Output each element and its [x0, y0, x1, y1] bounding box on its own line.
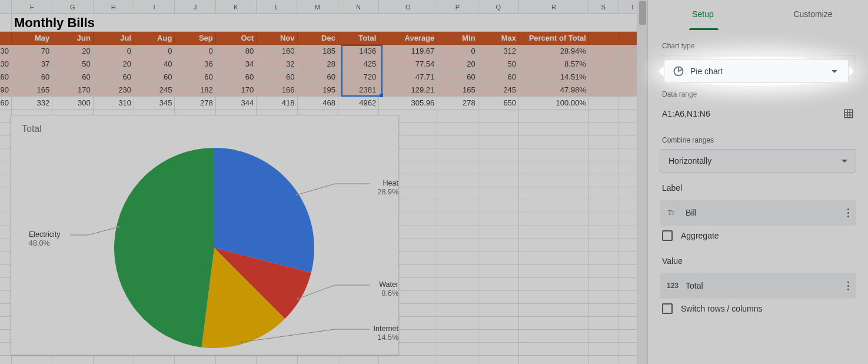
- cell[interactable]: [437, 265, 478, 278]
- cell[interactable]: 312: [478, 45, 519, 58]
- cell[interactable]: [519, 148, 589, 161]
- cell[interactable]: 60: [0, 71, 12, 84]
- col-header-J[interactable]: J: [175, 0, 215, 14]
- cell[interactable]: [478, 187, 519, 200]
- cell[interactable]: [478, 252, 519, 265]
- chart-type-value[interactable]: Pie chart: [690, 67, 832, 76]
- cell[interactable]: [0, 187, 12, 200]
- tab-customize[interactable]: Customize: [758, 0, 868, 28]
- cell[interactable]: [437, 252, 478, 265]
- cell[interactable]: [0, 265, 12, 278]
- cell[interactable]: [175, 356, 215, 364]
- cell[interactable]: [519, 291, 589, 304]
- cell[interactable]: 60: [134, 71, 175, 84]
- cell[interactable]: 195: [298, 84, 338, 97]
- cell[interactable]: [0, 174, 12, 187]
- cell[interactable]: [298, 356, 338, 364]
- cell[interactable]: [0, 135, 12, 148]
- cell[interactable]: 90: [0, 84, 12, 97]
- cell[interactable]: 60: [437, 71, 478, 84]
- cell[interactable]: 40: [134, 58, 175, 71]
- cell[interactable]: 165: [12, 84, 52, 97]
- cell[interactable]: [0, 200, 12, 213]
- cell[interactable]: [437, 135, 478, 148]
- cell[interactable]: Percent of Total: [519, 32, 589, 45]
- cell[interactable]: [0, 239, 12, 252]
- cell[interactable]: [0, 123, 12, 135]
- cell[interactable]: [478, 291, 519, 304]
- cell[interactable]: [519, 317, 589, 330]
- cell[interactable]: [437, 110, 478, 123]
- col-header-F[interactable]: F: [12, 0, 52, 14]
- cell[interactable]: 80: [216, 45, 257, 58]
- cell[interactable]: [589, 278, 618, 291]
- cell[interactable]: [0, 213, 12, 226]
- cell[interactable]: 468: [298, 97, 338, 110]
- cell[interactable]: [0, 291, 12, 304]
- cell[interactable]: [519, 200, 589, 213]
- vertical-scrollbar[interactable]: [637, 0, 647, 364]
- cell[interactable]: 418: [257, 97, 297, 110]
- cell[interactable]: [478, 343, 519, 356]
- cell[interactable]: [589, 226, 618, 239]
- col-header-R[interactable]: R: [519, 0, 589, 14]
- cell[interactable]: 60: [216, 71, 257, 84]
- label-chip[interactable]: TT Bill: [660, 200, 856, 226]
- cell[interactable]: [589, 213, 618, 226]
- chart-embed[interactable]: Total Heat28.9%Water8.6%Internet14.5%Ele…: [11, 115, 399, 355]
- cell[interactable]: [0, 304, 12, 317]
- cell[interactable]: [437, 330, 478, 343]
- cell[interactable]: [0, 278, 12, 291]
- cell[interactable]: [478, 356, 519, 364]
- col-header-L[interactable]: L: [257, 0, 297, 14]
- cell[interactable]: [379, 356, 437, 364]
- cell[interactable]: [519, 187, 589, 200]
- cell[interactable]: [478, 161, 519, 174]
- cell[interactable]: 310: [94, 97, 134, 110]
- cell[interactable]: 166: [257, 84, 297, 97]
- cell[interactable]: [519, 278, 589, 291]
- cell[interactable]: 245: [478, 84, 519, 97]
- cell[interactable]: Jul: [94, 32, 134, 45]
- cell[interactable]: 305.96: [379, 97, 437, 110]
- cell[interactable]: 47.98%: [519, 84, 589, 97]
- cell[interactable]: 28: [298, 58, 338, 71]
- cell[interactable]: [519, 161, 589, 174]
- cell[interactable]: [519, 239, 589, 252]
- cell[interactable]: 129.21: [379, 84, 437, 97]
- cell[interactable]: [0, 356, 12, 364]
- col-header-M[interactable]: M: [297, 0, 338, 14]
- cell[interactable]: [519, 174, 589, 187]
- checkbox-icon[interactable]: [662, 303, 673, 314]
- cell[interactable]: 30: [0, 58, 12, 71]
- cell[interactable]: 20: [52, 45, 93, 58]
- cell[interactable]: May: [12, 32, 52, 45]
- cell[interactable]: [519, 343, 589, 356]
- cell[interactable]: [0, 148, 12, 161]
- cell[interactable]: 70: [12, 45, 52, 58]
- cell[interactable]: [519, 213, 589, 226]
- switch-rows-cols-row[interactable]: Switch rows / columns: [662, 303, 854, 314]
- cell[interactable]: 182: [175, 84, 215, 97]
- cell[interactable]: [589, 317, 618, 330]
- cell[interactable]: [0, 317, 12, 330]
- col-header-Q[interactable]: Q: [478, 0, 519, 14]
- cell[interactable]: [519, 110, 589, 123]
- cell[interactable]: [0, 110, 12, 123]
- cell[interactable]: [519, 252, 589, 265]
- cell[interactable]: 28.94%: [519, 45, 589, 58]
- cell[interactable]: 278: [437, 97, 478, 110]
- cell[interactable]: [589, 161, 618, 174]
- cell[interactable]: [437, 213, 478, 226]
- cell[interactable]: Aug: [134, 32, 175, 45]
- cell[interactable]: [589, 110, 618, 123]
- cell[interactable]: [589, 187, 618, 200]
- cell[interactable]: [589, 304, 618, 317]
- col-header-O[interactable]: O: [379, 0, 437, 14]
- cell[interactable]: [134, 356, 175, 364]
- cell[interactable]: 34: [216, 58, 257, 71]
- cell[interactable]: [478, 226, 519, 239]
- cell[interactable]: 60: [257, 71, 297, 84]
- cell[interactable]: [437, 317, 478, 330]
- cell[interactable]: 245: [134, 84, 175, 97]
